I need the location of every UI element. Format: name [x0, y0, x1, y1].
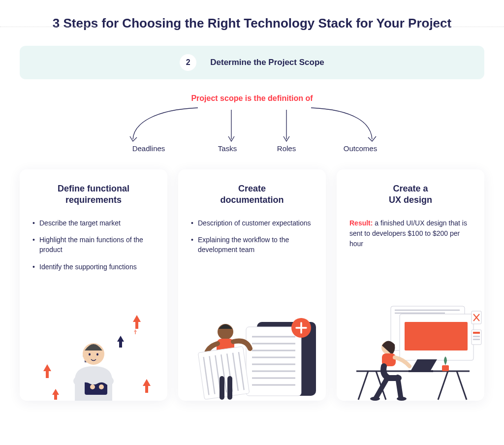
card-title: Define functional requirements — [32, 183, 155, 206]
svg-line-43 — [438, 371, 448, 400]
scope-items: Deadlines Tasks Roles Outcomes — [20, 144, 484, 153]
svg-rect-31 — [405, 322, 468, 350]
svg-rect-28 — [227, 376, 232, 400]
card-bullets: Description of customer expectations Exp… — [191, 218, 313, 262]
card-create-documentation: Create documentation Description of cust… — [178, 169, 326, 401]
svg-rect-37 — [473, 336, 480, 337]
cards-row: Define functional requirements Describe … — [20, 169, 484, 401]
bullet: Highlight the main functions of the prod… — [32, 235, 155, 255]
svg-point-48 — [370, 397, 380, 401]
bullet: Explaining the workflow to the developme… — [191, 235, 313, 255]
scope-item-outcomes: Outcomes — [316, 144, 405, 153]
svg-rect-38 — [473, 339, 480, 340]
svg-rect-45 — [442, 365, 449, 371]
step-label: Determine the Project Scope — [210, 58, 324, 67]
card-result: Result: a finished UI/UX design that is … — [349, 218, 472, 249]
card-bullets: Describe the target market Highlight the… — [32, 218, 155, 279]
step-number-badge: 2 — [180, 54, 196, 71]
svg-point-4 — [90, 384, 95, 389]
svg-rect-27 — [220, 376, 224, 400]
scope-heading: Project scope is the definition of — [20, 94, 484, 103]
svg-point-2 — [96, 353, 98, 356]
scope-arrows-diagram — [94, 104, 410, 146]
result-label: Result: — [349, 219, 373, 227]
header: 3 Steps for Choosing the Right Technolog… — [0, 0, 504, 46]
bullet: Describe the target market — [32, 218, 155, 228]
svg-rect-44 — [409, 370, 433, 372]
step-banner: 2 Determine the Project Scope — [20, 46, 484, 79]
bullet: Description of customer expectations — [191, 218, 313, 228]
card-define-requirements: Define functional requirements Describe … — [20, 169, 167, 401]
scope-item-roles: Roles — [257, 144, 316, 153]
card-create-ux-design: Create a UX design Result: a finished UI… — [337, 169, 484, 401]
svg-point-5 — [99, 384, 104, 389]
scope-item-tasks: Tasks — [198, 144, 257, 153]
svg-point-49 — [397, 397, 407, 401]
card-title: Create a UX design — [349, 183, 472, 206]
scope-item-deadlines: Deadlines — [99, 144, 198, 153]
bullet: Identify the supporting functions — [32, 262, 155, 272]
page-title: 3 Steps for Choosing the Right Technolog… — [0, 15, 504, 32]
svg-rect-36 — [473, 332, 480, 334]
card-title: Create documentation — [191, 183, 313, 206]
svg-point-1 — [89, 353, 91, 356]
svg-line-40 — [358, 371, 368, 400]
illustration-ux-designer — [337, 302, 484, 401]
scope-section: Project scope is the definition of Deadl… — [20, 94, 484, 153]
illustration-person-tablet — [20, 302, 167, 401]
illustration-person-documents — [178, 302, 326, 401]
svg-line-41 — [457, 371, 467, 400]
